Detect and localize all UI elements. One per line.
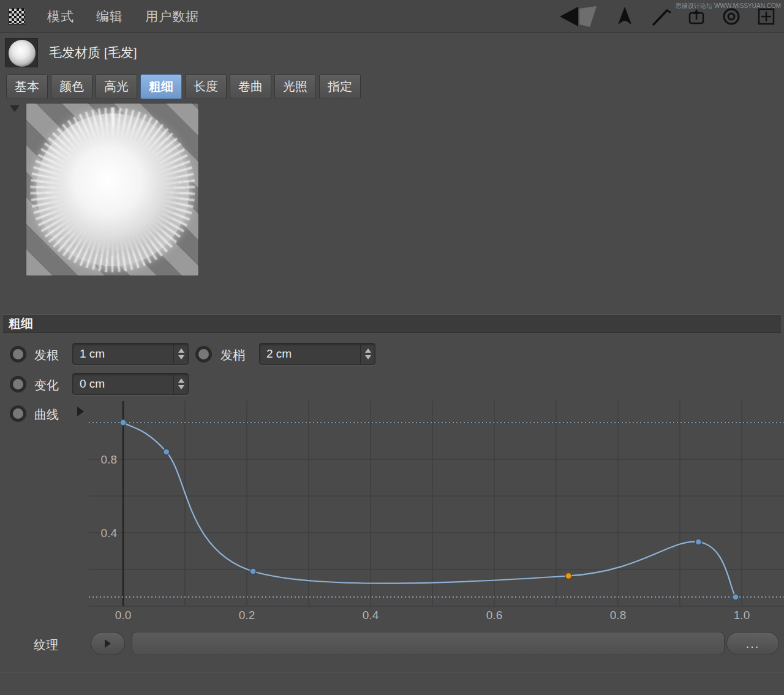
variation-animate-toggle[interactable] bbox=[10, 376, 26, 393]
thickness-curve-chart[interactable]: 0.00.20.40.60.81.00.80.4 bbox=[89, 401, 784, 629]
tip-value-field[interactable]: 2 cm bbox=[259, 343, 375, 365]
bottom-divider bbox=[0, 672, 784, 672]
root-animate-toggle[interactable] bbox=[10, 346, 26, 363]
thickness-section-header: 粗细 bbox=[3, 314, 781, 333]
root-label: 发根 bbox=[34, 347, 59, 364]
tip-label: 发梢 bbox=[221, 347, 245, 364]
tip-stepper[interactable] bbox=[360, 344, 375, 364]
tip-value: 2 cm bbox=[260, 347, 360, 361]
svg-text:0.4: 0.4 bbox=[101, 527, 118, 539]
curve-animate-toggle[interactable] bbox=[10, 405, 26, 422]
material-title: 毛发材质 [毛发] bbox=[49, 44, 137, 61]
picker-icon[interactable] bbox=[650, 6, 671, 27]
stepper-down-icon[interactable] bbox=[178, 355, 184, 359]
tip-animate-toggle[interactable] bbox=[195, 346, 212, 363]
material-preview-image[interactable] bbox=[26, 103, 199, 276]
back-arrow-icon[interactable] bbox=[556, 6, 599, 28]
svg-text:0.2: 0.2 bbox=[239, 609, 255, 622]
variation-stepper[interactable] bbox=[173, 374, 188, 394]
tab-lighting[interactable]: 光照 bbox=[274, 74, 316, 99]
texture-expander-button[interactable] bbox=[91, 632, 125, 655]
material-title-row: 毛发材质 [毛发] bbox=[5, 37, 137, 68]
menu-user-data[interactable]: 用户数据 bbox=[145, 8, 199, 25]
hair-material-editor-window: 模式 编辑 用户数据 bbox=[0, 0, 784, 695]
pointer-arrow-icon[interactable] bbox=[615, 6, 635, 28]
svg-text:0.4: 0.4 bbox=[363, 609, 379, 622]
material-manager-icon[interactable] bbox=[9, 8, 25, 24]
tab-curl[interactable]: 卷曲 bbox=[230, 74, 271, 99]
triangle-right-icon bbox=[105, 639, 111, 648]
channel-tabs: 基本 颜色 高光 粗细 长度 卷曲 光照 指定 bbox=[6, 74, 361, 99]
stepper-down-icon[interactable] bbox=[178, 385, 184, 389]
curve-label: 曲线 bbox=[34, 407, 59, 423]
tab-length[interactable]: 长度 bbox=[185, 74, 227, 99]
root-stepper[interactable] bbox=[173, 344, 188, 364]
variation-value: 0 cm bbox=[73, 377, 173, 391]
texture-browse-button[interactable]: ... bbox=[726, 632, 779, 655]
stepper-up-icon[interactable] bbox=[178, 348, 184, 353]
material-sphere-icon bbox=[9, 40, 36, 67]
menu-edit[interactable]: 编辑 bbox=[96, 8, 123, 25]
svg-text:0.8: 0.8 bbox=[610, 609, 626, 622]
stepper-down-icon[interactable] bbox=[365, 355, 371, 359]
menu-mode[interactable]: 模式 bbox=[47, 8, 74, 25]
variation-value-field[interactable]: 0 cm bbox=[72, 373, 189, 395]
svg-text:0.6: 0.6 bbox=[486, 609, 502, 622]
menu-bar: 模式 编辑 用户数据 bbox=[0, 0, 784, 33]
tab-basic[interactable]: 基本 bbox=[6, 74, 48, 99]
material-thumbnail[interactable] bbox=[5, 38, 38, 67]
texture-label: 纹理 bbox=[34, 637, 58, 653]
tab-thickness[interactable]: 粗细 bbox=[140, 74, 182, 99]
tab-assign[interactable]: 指定 bbox=[319, 74, 361, 99]
tab-specular[interactable]: 高光 bbox=[96, 74, 137, 99]
svg-text:1.0: 1.0 bbox=[734, 609, 750, 622]
section-title: 粗细 bbox=[9, 315, 33, 332]
stepper-up-icon[interactable] bbox=[178, 378, 184, 383]
tab-color[interactable]: 颜色 bbox=[51, 74, 92, 99]
preview-expander-icon[interactable] bbox=[10, 105, 20, 112]
root-value-field[interactable]: 1 cm bbox=[72, 343, 189, 365]
svg-text:0.8: 0.8 bbox=[101, 453, 117, 466]
watermark-text: 思缘设计论坛 WWW.MISSYUAN.COM bbox=[676, 2, 781, 10]
texture-field[interactable] bbox=[132, 632, 725, 655]
stepper-up-icon[interactable] bbox=[365, 348, 371, 353]
svg-text:0.0: 0.0 bbox=[115, 609, 131, 622]
variation-label: 变化 bbox=[34, 377, 59, 394]
root-value: 1 cm bbox=[73, 347, 173, 361]
fur-strands-overlay bbox=[30, 107, 195, 272]
curve-expander-icon[interactable] bbox=[77, 407, 84, 416]
